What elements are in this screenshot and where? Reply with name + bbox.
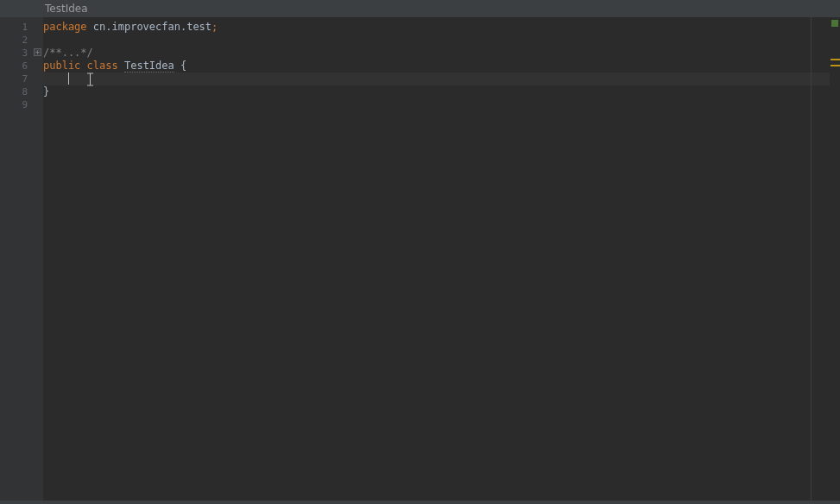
fold-expand-icon[interactable]: + xyxy=(34,48,41,56)
code-line: public class TestIdea { xyxy=(43,60,840,72)
keyword-class: class xyxy=(87,60,118,72)
code-line: } xyxy=(43,85,840,98)
line-number-gutter[interactable]: 123+6789 xyxy=(0,17,43,501)
keyword-package: package xyxy=(43,21,87,33)
text-caret xyxy=(68,72,69,85)
inspection-ok-icon[interactable] xyxy=(831,20,838,27)
line-number[interactable]: 9 xyxy=(0,98,43,111)
code-line-empty xyxy=(43,34,840,47)
status-bar xyxy=(0,501,840,504)
code-line-current[interactable] xyxy=(43,72,840,85)
folded-javadoc[interactable]: /**...*/ xyxy=(43,47,93,59)
close-brace: } xyxy=(43,85,49,98)
code-line: /**...*/ xyxy=(43,47,840,60)
code-text-area[interactable]: package cn.improvecfan.test; /**...*/ pu… xyxy=(43,17,840,501)
line-number[interactable]: 8 xyxy=(0,85,43,98)
breadcrumb-bar[interactable]: TestIdea xyxy=(0,0,840,17)
editor-area: 123+6789 package cn.improvecfan.test; /*… xyxy=(0,17,840,501)
line-number[interactable]: 1 xyxy=(0,21,43,34)
semicolon: ; xyxy=(212,21,218,33)
line-number[interactable]: 7 xyxy=(0,72,43,85)
line-number[interactable]: 3+ xyxy=(0,47,43,60)
indent xyxy=(43,72,68,85)
error-stripe[interactable] xyxy=(830,17,840,501)
line-number[interactable]: 6 xyxy=(0,60,43,72)
open-brace: { xyxy=(174,60,186,72)
package-path: cn.improvecfan.test xyxy=(87,21,212,33)
code-line-empty xyxy=(43,98,840,111)
keyword-public: public xyxy=(43,60,80,72)
line-number[interactable]: 2 xyxy=(0,34,43,47)
warning-stripe-marker[interactable] xyxy=(831,59,840,60)
breadcrumb-title[interactable]: TestIdea xyxy=(45,3,88,15)
class-identifier: TestIdea xyxy=(124,60,174,72)
right-margin-guide xyxy=(811,17,812,501)
code-line: package cn.improvecfan.test; xyxy=(43,21,840,34)
warning-stripe-marker[interactable] xyxy=(831,65,840,66)
